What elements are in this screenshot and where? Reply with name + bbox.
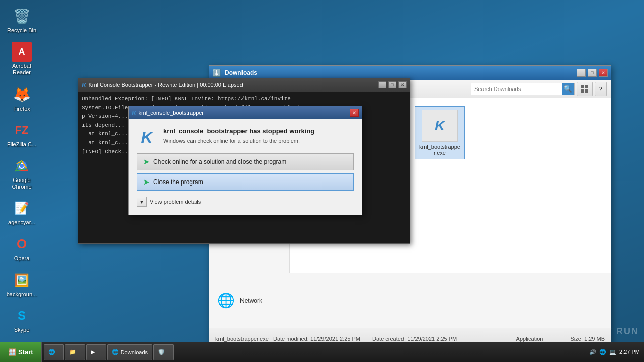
crash-titlebar: K krnl_console_bootstrapper ✕ (129, 106, 362, 119)
acrobat-image: A (12, 42, 32, 62)
chrome-image (12, 156, 32, 176)
recycle-bin-image: 🗑️ (12, 6, 32, 26)
recycle-bin-icon[interactable]: 🗑️ Recycle Bin (4, 4, 39, 36)
acrobat-label: Acrobat Reader (6, 63, 37, 76)
taskbar-item-media[interactable]: ▶ (86, 344, 106, 360)
firefox-icon[interactable]: 🦊 Firefox (4, 82, 39, 114)
network-icon: 🌐 (217, 292, 235, 309)
statusbar-date-created: Date created: 11/29/2021 2:25 PM (372, 336, 457, 342)
crash-close-program-btn[interactable]: ➤ Close the program (137, 173, 354, 191)
skype-image: S (12, 306, 32, 326)
ie-icon: 🌐 (48, 349, 55, 355)
crash-header: K krnl_console_bootstrapper has stopped … (137, 127, 354, 147)
explorer-views-btn[interactable] (577, 82, 593, 96)
crash-title: krnl_console_bootstrapper (138, 110, 348, 116)
agency-image: 📝 (12, 198, 32, 218)
explorer-close-btn[interactable]: ✕ (599, 69, 608, 77)
taskbar-item-security[interactable]: 🛡️ (153, 344, 174, 360)
statusbar-filename: krnl_bootstrapper.exe Date modified: 11/… (215, 336, 360, 342)
filezilla-label: FileZilla C... (7, 141, 36, 148)
media-icon: ▶ (91, 349, 95, 355)
file-krnl-bootstrapper[interactable]: K krnl_bootstrapper.exe (415, 106, 465, 159)
explorer-network-section: 🌐 Network (209, 273, 611, 328)
taskbar-item-explorer[interactable]: 📁 (65, 344, 85, 360)
check-online-label: Check online for a solution and close th… (153, 158, 286, 165)
opera-icon[interactable]: O Opera (4, 232, 39, 264)
svg-rect-3 (581, 85, 584, 88)
crash-buttons: ➤ Check online for a solution and close … (137, 153, 354, 191)
monitor-icon: 💻 (609, 349, 616, 355)
desktop: 🗑️ Recycle Bin A Acrobat Reader 🦊 Firefo… (0, 0, 644, 362)
firefox-label: Firefox (13, 106, 30, 112)
crash-details-row[interactable]: ▼ View problem details (137, 197, 354, 207)
close-program-label: Close the program (153, 178, 203, 186)
explorer-help-btn[interactable]: ? (595, 82, 607, 96)
crash-main-message: krnl_console_bootstrapper has stopped wo… (163, 127, 314, 135)
crash-close-btn[interactable]: ✕ (350, 109, 359, 117)
console-titlebar: K Krnl Console Bootstrapper - Rewrite Ed… (78, 78, 410, 92)
skype-icon[interactable]: S Skype (4, 304, 39, 335)
filezilla-icon[interactable]: FZ FileZilla C... (4, 118, 39, 150)
start-label: Start (18, 348, 33, 356)
opera-label: Opera (14, 255, 30, 262)
statusbar-type: Application (516, 336, 543, 342)
chrome-label: Google Chrome (6, 177, 37, 190)
crash-dialog: K krnl_console_bootstrapper ✕ K krnl_con… (128, 106, 362, 215)
console-close-btn[interactable]: ✕ (398, 81, 407, 88)
check-online-arrow: ➤ (143, 158, 149, 166)
explorer-title: Downloads (225, 69, 575, 76)
recycle-bin-label: Recycle Bin (7, 27, 36, 34)
file-krnl-bootstrapper-name: krnl_bootstrapper.exe (418, 144, 461, 156)
start-icon: 🪟 (8, 348, 16, 356)
svg-rect-5 (581, 89, 584, 93)
explorer-search-input[interactable] (471, 83, 562, 95)
crash-messages: krnl_console_bootstrapper has stopped wo… (163, 127, 314, 144)
network-label: Network (240, 297, 262, 304)
explorer-maximize-btn[interactable]: □ (588, 69, 597, 77)
taskbar-item-ie[interactable]: 🌐 (44, 344, 64, 360)
console-minimize-btn[interactable]: _ (378, 81, 386, 88)
taskbar-tray: 🔊 🌐 💻 2:27 PM (585, 348, 644, 356)
console-title: Krnl Console Bootstrapper - Rewrite Edit… (88, 82, 376, 88)
network-tray-icon: 🌐 (599, 349, 606, 355)
filezilla-image: FZ (12, 120, 32, 140)
opera-image: O (12, 234, 32, 254)
crash-check-online-btn[interactable]: ➤ Check online for a solution and close … (137, 153, 354, 170)
close-program-arrow: ➤ (143, 178, 149, 186)
explorer-search-input-wrapper: 🔍 (471, 83, 575, 95)
crash-body: K krnl_console_bootstrapper has stopped … (129, 119, 362, 215)
start-button[interactable]: 🪟 Start (0, 342, 42, 363)
chrome-taskbar-icon: 🌐 (112, 349, 119, 355)
agency-icon[interactable]: 📝 agencyar... (4, 196, 39, 228)
svg-rect-4 (585, 85, 588, 88)
background-icon[interactable]: 🖼️ backgroun... (4, 268, 39, 300)
acrobat-icon[interactable]: A Acrobat Reader (4, 40, 39, 78)
explorer-minimize-btn[interactable]: _ (577, 69, 586, 77)
taskbar-item-chrome[interactable]: 🌐 Downloads (107, 344, 152, 360)
explorer-search-button[interactable]: 🔍 (562, 83, 574, 95)
taskbar-items: 🌐 📁 ▶ 🌐 Downloads 🛡️ (42, 342, 585, 362)
google-chrome-icon[interactable]: Google Chrome (4, 154, 39, 192)
background-image: 🖼️ (12, 270, 32, 290)
clock-time: 2:27 PM (619, 348, 640, 356)
taskbar-clock: 2:27 PM (619, 348, 640, 356)
desktop-icons: 🗑️ Recycle Bin A Acrobat Reader 🦊 Firefo… (0, 0, 65, 362)
volume-icon: 🔊 (589, 349, 596, 355)
chrome-taskbar-label: Downloads (121, 349, 148, 355)
svg-point-2 (20, 164, 24, 168)
crash-icon: K (137, 127, 157, 147)
taskbar: 🪟 Start 🌐 📁 ▶ 🌐 Downloads 🛡️ 🔊 🌐 (0, 342, 644, 362)
background-label: backgroun... (7, 291, 37, 298)
firefox-image: 🦊 (12, 84, 32, 105)
skype-label: Skype (14, 327, 30, 333)
svg-rect-6 (585, 89, 588, 93)
agency-label: agencyar... (8, 219, 35, 226)
statusbar-size: Size: 1.29 MB (571, 336, 605, 342)
security-icon: 🛡️ (158, 349, 165, 355)
crash-sub-message: Windows can check online for a solution … (163, 138, 314, 144)
explorer-icon: 📁 (69, 349, 76, 355)
details-toggle-icon[interactable]: ▼ (137, 197, 147, 207)
console-restore-btn[interactable]: □ (388, 81, 396, 88)
file-krnl-bootstrapper-icon: K (422, 110, 458, 142)
view-details-label: View problem details (150, 199, 201, 205)
